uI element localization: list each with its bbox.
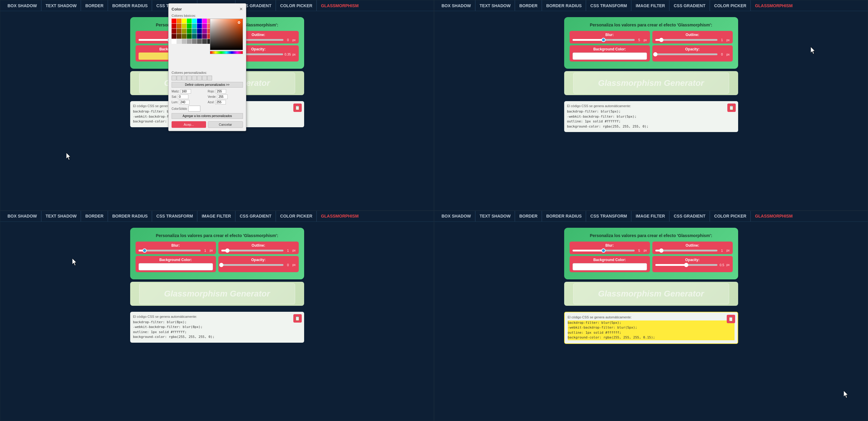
color-cell-tl[interactable] <box>172 29 176 34</box>
nav-border-tr[interactable]: BORDER <box>515 0 542 11</box>
ok-button-tl[interactable]: Acep... <box>172 121 206 128</box>
opacity-thumb-tr[interactable] <box>653 52 657 56</box>
nav-text-shadow-tr[interactable]: TEXT SHADOW <box>475 0 515 11</box>
color-cell-tl[interactable] <box>192 24 197 29</box>
nav-glassmorphism-br[interactable]: GLASSMORPHISM <box>751 211 797 221</box>
color-cell-tl[interactable] <box>192 34 197 39</box>
color-cell-tl[interactable] <box>187 19 192 23</box>
copy-button-tl[interactable]: 📋 <box>293 103 302 112</box>
color-cell-tl[interactable] <box>202 39 207 44</box>
nav-image-filter-tr[interactable]: IMAGE FILTER <box>631 0 670 11</box>
blur-thumb-br[interactable] <box>601 248 606 253</box>
bgcolor-swatch-tr[interactable] <box>572 53 647 60</box>
color-cell-tl[interactable] <box>177 24 182 29</box>
color-cell-tl[interactable] <box>172 19 176 23</box>
color-cell-tl[interactable] <box>192 39 197 44</box>
add-custom-btn-tl[interactable]: Agregar a los colores personalizados <box>172 113 243 119</box>
copy-button-bl[interactable]: 📋 <box>293 314 302 323</box>
color-cell-tl[interactable] <box>182 39 187 44</box>
verde-input-tl[interactable] <box>217 94 228 99</box>
color-cell-tl[interactable] <box>182 19 187 23</box>
color-cell-tl[interactable] <box>177 34 182 39</box>
nav-box-shadow-bl[interactable]: BOX SHADOW <box>3 211 41 221</box>
color-cell-tl[interactable] <box>202 34 207 39</box>
nav-image-filter-bl[interactable]: IMAGE FILTER <box>197 211 236 221</box>
color-cell-tl[interactable] <box>172 39 176 44</box>
blur-thumb-bl[interactable] <box>143 248 147 253</box>
color-cell-tl[interactable] <box>197 19 202 23</box>
color-cell-tl[interactable] <box>197 34 202 39</box>
color-cell-tl[interactable] <box>182 34 187 39</box>
color-cell-tl[interactable] <box>177 39 182 44</box>
hue-slider-tl[interactable] <box>210 51 243 54</box>
color-cell-tl[interactable] <box>202 29 207 34</box>
outline-thumb-tr[interactable] <box>659 38 663 42</box>
nav-border-tl[interactable]: BORDER <box>81 0 108 11</box>
lum-input-tl[interactable] <box>179 100 190 104</box>
nav-css-transform-bl[interactable]: CSS TRANSFORM <box>152 211 197 221</box>
color-cell-tl[interactable] <box>197 39 202 44</box>
nav-text-shadow-br[interactable]: TEXT SHADOW <box>475 211 515 221</box>
opacity-thumb-br[interactable] <box>684 263 688 267</box>
nav-css-gradient-tr[interactable]: CSS GRADIENT <box>670 0 710 11</box>
color-cell-tl[interactable] <box>172 24 176 29</box>
matiz-input-tl[interactable] <box>181 89 191 94</box>
nav-text-shadow-bl[interactable]: TEXT SHADOW <box>41 211 81 221</box>
color-cell-tl[interactable] <box>187 39 192 44</box>
azul-input-tl[interactable] <box>215 100 226 104</box>
nav-css-transform-tr[interactable]: CSS TRANSFORM <box>586 0 631 11</box>
blur-track-br[interactable] <box>572 250 634 251</box>
nav-color-picker-tr[interactable]: COLOR PICKER <box>710 0 751 11</box>
nav-border-radius-br[interactable]: BORDER RADIUS <box>542 211 586 221</box>
blur-thumb-tr[interactable] <box>601 38 606 42</box>
nav-css-transform-br[interactable]: CSS TRANSFORM <box>586 211 631 221</box>
rojo-input-tl[interactable] <box>216 89 226 94</box>
bgcolor-swatch-br[interactable] <box>572 263 647 270</box>
gradient-picker-tl[interactable] <box>210 19 243 50</box>
color-cell-tl[interactable] <box>202 24 207 29</box>
color-cell-tl[interactable] <box>177 29 182 34</box>
nav-box-shadow-tl[interactable]: BOX SHADOW <box>3 0 41 11</box>
opacity-thumb-bl[interactable] <box>219 263 223 267</box>
nav-color-picker-bl[interactable]: COLOR PICKER <box>276 211 317 221</box>
define-btn-tl[interactable]: Definir colores personalizados >> <box>172 82 243 88</box>
cancel-button-tl[interactable]: Cancelar <box>208 121 243 128</box>
nav-glassmorphism-tl[interactable]: GLASSMORPHISM <box>317 0 363 11</box>
nav-color-picker-tl[interactable]: COLOR PICKER <box>276 0 317 11</box>
color-cell-tl[interactable] <box>197 24 202 29</box>
color-cell-tl[interactable] <box>182 24 187 29</box>
bgcolor-swatch-bl[interactable] <box>138 263 213 270</box>
outline-thumb-br[interactable] <box>659 248 663 253</box>
color-cell-tl[interactable] <box>172 34 176 39</box>
copy-button-br[interactable]: 📋 <box>727 315 735 323</box>
sat-input-tl[interactable] <box>178 94 188 99</box>
nav-css-gradient-bl[interactable]: CSS GRADIENT <box>236 211 276 221</box>
outline-track-bl[interactable] <box>221 250 283 251</box>
color-cell-tl[interactable] <box>182 29 187 34</box>
color-cell-tl[interactable] <box>197 29 202 34</box>
opacity-track-bl[interactable] <box>221 264 283 266</box>
copy-button-tr[interactable]: 📋 <box>727 103 736 112</box>
nav-color-picker-br[interactable]: COLOR PICKER <box>710 211 751 221</box>
outline-track-br[interactable] <box>655 250 717 251</box>
nav-box-shadow-br[interactable]: BOX SHADOW <box>437 211 475 221</box>
opacity-track-br[interactable] <box>655 264 717 266</box>
nav-border-radius-tr[interactable]: BORDER RADIUS <box>542 0 586 11</box>
color-cell-tl[interactable] <box>202 19 207 23</box>
color-cell-tl[interactable] <box>187 34 192 39</box>
color-cell-tl[interactable] <box>192 29 197 34</box>
nav-border-radius-bl[interactable]: BORDER RADIUS <box>108 211 152 221</box>
nav-css-gradient-br[interactable]: CSS GRADIENT <box>670 211 710 221</box>
nav-border-br[interactable]: BORDER <box>515 211 542 221</box>
nav-image-filter-br[interactable]: IMAGE FILTER <box>631 211 670 221</box>
nav-box-shadow-tr[interactable]: BOX SHADOW <box>437 0 475 11</box>
color-cell-tl[interactable] <box>187 29 192 34</box>
color-cell-tl[interactable] <box>192 19 197 23</box>
blur-track-tr[interactable] <box>572 39 634 41</box>
outline-track-tr[interactable] <box>655 39 717 41</box>
nav-border-bl[interactable]: BORDER <box>81 211 108 221</box>
nav-glassmorphism-tr[interactable]: GLASSMORPHISM <box>751 0 797 11</box>
color-cell-tl[interactable] <box>177 19 182 23</box>
blur-track-bl[interactable] <box>138 250 200 251</box>
opacity-track-tr[interactable] <box>655 53 717 55</box>
